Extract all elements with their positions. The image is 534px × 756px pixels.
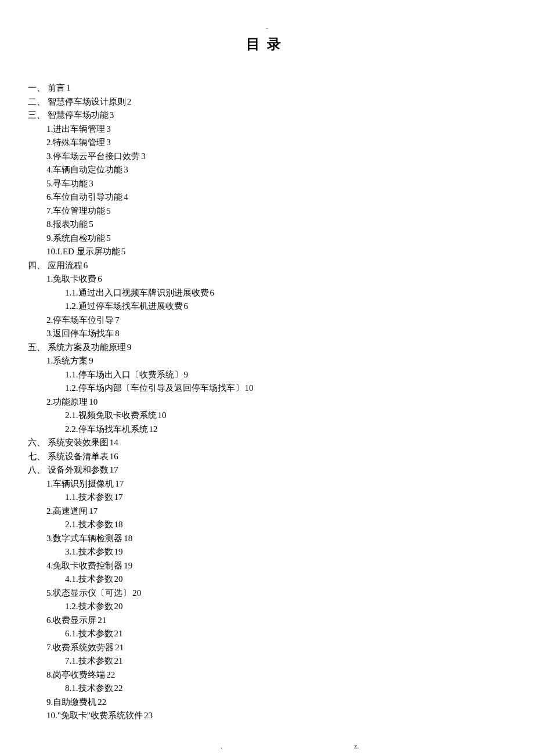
toc-entry-page: 21	[115, 643, 124, 652]
header-mark: -	[28, 23, 506, 33]
table-of-contents: 一、 前言1二、 智慧停车场设计原则2三、 智慧停车场功能31.进出车辆管理32…	[28, 81, 506, 723]
toc-entry: 六、 系统安装效果图14	[28, 436, 506, 450]
toc-entry: 4.车辆自动定位功能3	[28, 163, 506, 177]
toc-entry: 5.状态显示仪〔可选〕20	[28, 586, 506, 600]
toc-entry: 1.免取卡收费6	[28, 272, 506, 286]
toc-entry-text: 1.免取卡收费	[46, 274, 96, 283]
toc-entry-text: 5.状态显示仪〔可选〕	[46, 588, 131, 597]
toc-entry-text: 3.返回停车场找车	[46, 329, 114, 338]
toc-entry-text: 4.免取卡收费控制器	[46, 561, 122, 570]
toc-entry-text: 1.1.通过出入口视频车牌识别进展收费	[65, 288, 209, 297]
toc-entry: 7.收费系统效劳器21	[28, 641, 506, 655]
toc-entry-page: 22	[106, 670, 115, 679]
toc-entry: 一、 前言1	[28, 81, 506, 95]
toc-entry: 2.停车场车位引导7	[28, 314, 506, 327]
toc-entry-text: 4.车辆自动定位功能	[46, 165, 122, 174]
toc-entry: 8.报表功能5	[28, 218, 506, 232]
toc-entry: 2.1.视频免取卡收费系统10	[28, 409, 506, 423]
toc-entry-page: 17	[114, 492, 123, 502]
toc-entry-text: 1.2.通过停车场找车机进展收费	[65, 301, 183, 311]
toc-entry-text: 1.1.技术参数	[65, 492, 113, 502]
toc-entry: 3.停车场云平台接口效劳3	[28, 150, 506, 164]
toc-entry-text: 2.1.视频免取卡收费系统	[65, 411, 157, 420]
toc-entry: 二、 智慧停车场设计原则2	[28, 95, 506, 109]
toc-entry-text: 七、 系统设备清单表	[28, 452, 109, 461]
toc-entry-page: 22	[114, 683, 123, 693]
toc-entry: 4.免取卡收费控制器19	[28, 559, 506, 573]
toc-entry-page: 18	[114, 520, 123, 529]
toc-entry-page: 23	[144, 711, 153, 720]
toc-entry: 八、 设备外观和参数17	[28, 463, 506, 477]
toc-entry-page: 10	[158, 411, 167, 420]
toc-entry-page: 21	[114, 656, 123, 665]
toc-entry-text: 1.系统方案	[46, 356, 88, 365]
toc-entry: 7.1.技术参数21	[28, 654, 506, 668]
toc-entry: 2.1.技术参数18	[28, 518, 506, 532]
toc-entry-page: 20	[132, 588, 141, 597]
toc-entry: 6.1.技术参数21	[28, 627, 506, 641]
toc-entry-page: 6	[84, 261, 88, 270]
toc-entry-page: 3	[110, 110, 114, 120]
toc-entry-text: 2.高速道闸	[46, 506, 88, 516]
toc-entry: 1.车辆识别摄像机17	[28, 477, 506, 491]
toc-entry-text: 1.车辆识别摄像机	[46, 479, 114, 488]
toc-entry-text: 3.1.技术参数	[65, 547, 113, 556]
toc-entry-page: 17	[110, 465, 118, 474]
toc-entry-page: 16	[110, 452, 118, 461]
toc-entry-page: 2	[127, 97, 132, 106]
toc-entry-page: 5	[89, 219, 93, 229]
toc-entry-page: 12	[149, 424, 158, 434]
toc-entry-text: 六、 系统安装效果图	[28, 438, 109, 447]
toc-entry: 三、 智慧停车场功能3	[28, 109, 506, 123]
toc-entry-page: 9	[184, 370, 189, 379]
toc-entry-page: 17	[89, 506, 98, 516]
toc-entry-page: 20	[114, 574, 123, 584]
toc-entry-page: 3	[89, 179, 93, 188]
toc-entry-page: 10	[89, 397, 98, 406]
toc-entry-text: 5.寻车功能	[46, 179, 88, 188]
toc-entry-text: 1.2.技术参数	[65, 602, 113, 611]
toc-entry-text: 8.岗亭收费终端	[46, 670, 105, 679]
toc-entry-text: 7.1.技术参数	[65, 656, 113, 665]
toc-entry-text: 三、 智慧停车场功能	[28, 110, 109, 120]
toc-entry-page: 14	[110, 438, 118, 447]
toc-entry: 1.2.通过停车场找车机进展收费6	[28, 300, 506, 314]
toc-entry-text: 10."免取卡"收费系统软件	[46, 711, 143, 720]
toc-entry-text: 6.1.技术参数	[65, 629, 113, 638]
toc-entry-page: 9	[89, 356, 93, 365]
footer-z: z.	[354, 742, 359, 751]
toc-entry-text: 9.系统自检功能	[46, 233, 105, 243]
toc-entry-text: 7.车位管理功能	[46, 206, 105, 215]
toc-entry: 6.车位自动引导功能4	[28, 190, 506, 204]
toc-entry-text: 1.进出车辆管理	[46, 124, 105, 134]
toc-entry: 3.1.技术参数19	[28, 545, 506, 559]
toc-entry: 1.2.技术参数20	[28, 600, 506, 614]
toc-entry-page: 6	[98, 274, 102, 283]
toc-entry-text: 2.停车场车位引导	[46, 315, 114, 325]
toc-entry: 1.1.技术参数17	[28, 491, 506, 505]
toc-entry-text: 八、 设备外观和参数	[28, 465, 109, 474]
toc-entry: 8.1.技术参数22	[28, 682, 506, 696]
toc-entry-page: 3	[106, 138, 111, 147]
toc-entry: 10."免取卡"收费系统软件23	[28, 709, 506, 723]
toc-entry-text: 3.数字式车辆检测器	[46, 534, 122, 543]
toc-entry-page: 5	[106, 233, 111, 243]
toc-entry-page: 18	[124, 534, 132, 543]
toc-entry: 2.2.停车场找车机系统12	[28, 423, 506, 437]
toc-entry: 3.数字式车辆检测器18	[28, 532, 506, 546]
toc-entry: 七、 系统设备清单表16	[28, 450, 506, 464]
toc-entry-text: 6.车位自动引导功能	[46, 192, 122, 201]
toc-entry-page: 8	[115, 329, 120, 338]
toc-entry: 2.高速道闸17	[28, 505, 506, 519]
toc-entry-text: 2.特殊车辆管理	[46, 138, 105, 147]
toc-entry: 10.LED 显示屏功能5	[28, 245, 506, 259]
toc-entry-text: 7.收费系统效劳器	[46, 643, 114, 652]
toc-entry-page: 21	[98, 615, 106, 625]
toc-entry: 7.车位管理功能5	[28, 204, 506, 218]
toc-entry-page: 17	[115, 479, 124, 488]
toc-entry: 1.1.停车场出入口〔收费系统〕9	[28, 368, 506, 382]
toc-entry: 9.自助缴费机22	[28, 696, 506, 710]
toc-entry-page: 3	[124, 165, 128, 174]
toc-entry-page: 1	[66, 83, 71, 92]
toc-entry-text: 2.1.技术参数	[65, 520, 113, 529]
